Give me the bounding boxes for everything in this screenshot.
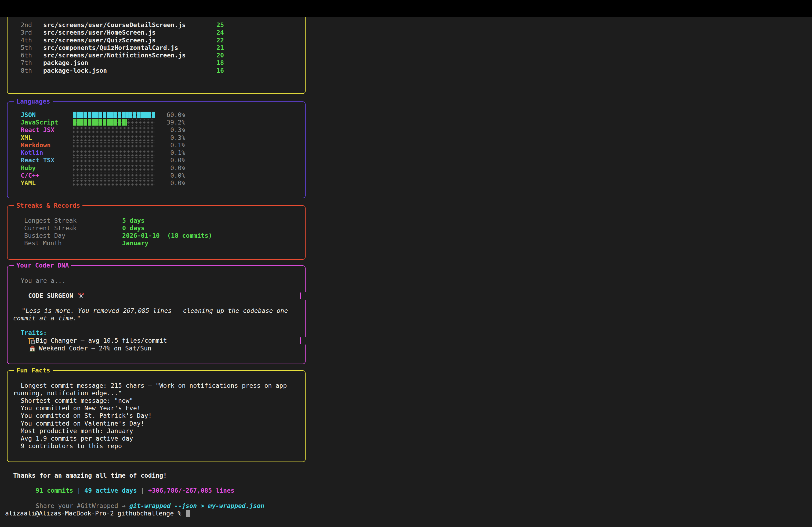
language-label: C/C++ — [21, 172, 40, 179]
streak-value: January — [122, 239, 148, 247]
language-bar — [73, 134, 155, 141]
file-rank: 2nd — [21, 21, 32, 29]
languages-panel — [7, 102, 306, 198]
footer-thanks: Thanks for an amazing all time of coding… — [13, 472, 167, 479]
fun-fact-line: You committed on Valentine's Day! — [21, 420, 144, 427]
file-rank: 6th — [21, 51, 32, 59]
building-construction-icon — [28, 337, 35, 344]
language-bar — [73, 165, 155, 171]
file-path: src/screens/user/QuizScreen.js — [43, 36, 156, 44]
dna-archetype: CODE SURGEON — [28, 292, 73, 299]
languages-panel-title: Languages — [14, 98, 53, 105]
menu-bar-strip — [0, 0, 812, 17]
file-path: src/screens/user/CourseDetailScreen.js — [43, 21, 186, 29]
commit-count: 16 — [198, 67, 224, 74]
language-label: React TSX — [21, 156, 55, 164]
terminal-window[interactable]: Languages Streaks & Records Your Coder D… — [0, 17, 812, 527]
streak-label: Busiest Day — [24, 232, 66, 239]
language-label: Markdown — [21, 141, 51, 149]
commit-count: 18 — [198, 59, 224, 66]
language-label: JavaScript — [21, 119, 58, 126]
dna-border-shifted-segment — [300, 292, 301, 299]
language-bar — [73, 180, 155, 186]
language-bar — [73, 172, 155, 179]
commit-count: 22 — [198, 36, 224, 44]
language-percent: 0.0% — [157, 156, 185, 164]
language-percent: 39.2% — [157, 119, 185, 126]
stats-separator: | — [77, 487, 81, 494]
language-percent: 0.0% — [157, 172, 185, 179]
streak-label: Current Streak — [24, 224, 76, 232]
share-hint: Share your #GitWrapped →git-wrapped --js… — [13, 495, 264, 502]
dna-trait-text: Weekend Coder — 24% on Sat/Sun — [39, 345, 151, 352]
language-percent: 0.3% — [157, 126, 185, 134]
language-percent: 0.1% — [157, 141, 185, 149]
fun-fact-line: You committed on New Year's Eve! — [21, 404, 141, 412]
streak-value: 2026-01-10 (18 commits) — [122, 232, 212, 239]
share-prefix: Share your #GitWrapped → — [36, 502, 126, 509]
coder-dna-panel-title: Your Coder DNA — [14, 261, 71, 269]
dna-trait-row: Weekend Coder — 24% on Sat/Sun — [29, 345, 151, 352]
language-percent: 0.0% — [157, 179, 185, 187]
dna-quote-line-1: "Less is more. You removed 267,085 lines… — [22, 307, 288, 315]
shell-prompt[interactable]: alizaali@Alizas-MacBook-Pro-2 githubchal… — [5, 510, 181, 517]
language-label: React JSX — [21, 126, 55, 134]
language-bar — [73, 157, 155, 163]
desktop-screen: Languages Streaks & Records Your Coder D… — [0, 0, 812, 527]
language-percent: 60.0% — [157, 111, 185, 119]
fun-fact-line: Most productive month: January — [21, 427, 133, 435]
dna-trait-text: Big Changer — avg 10.5 files/commit — [36, 337, 167, 344]
fun-fact-line: 9 contributors to this repo — [21, 442, 122, 450]
language-label: Kotlin — [21, 149, 43, 156]
language-percent: 0.0% — [157, 164, 185, 172]
language-bar — [73, 111, 155, 118]
dna-intro: You are a... — [21, 277, 66, 284]
commit-count: 21 — [198, 44, 224, 51]
language-bar-fill — [73, 119, 127, 125]
file-rank: 5th — [21, 44, 32, 51]
dna-trait-row: Big Changer — avg 10.5 files/commit — [28, 337, 167, 344]
language-label: JSON — [21, 111, 36, 119]
commit-count: 20 — [198, 51, 224, 59]
language-bar — [73, 127, 155, 133]
streak-label: Longest Streak — [24, 217, 76, 224]
language-bar — [73, 149, 155, 156]
file-rank: 7th — [21, 59, 32, 66]
fun-fact-line: Longest commit message: 215 chars — "Wor… — [21, 382, 287, 389]
dna-archetype-row: CODE SURGEON — [28, 292, 85, 299]
fun-fact-line: running, notifcation edge..." — [13, 389, 122, 397]
stats-separator: | — [141, 487, 144, 494]
language-bar — [73, 119, 155, 125]
lines-changed-stat: +306,786/-267,085 lines — [148, 487, 234, 494]
file-rank: 3rd — [21, 29, 32, 36]
commit-count-total: 91 commits — [36, 487, 73, 494]
active-days-count: 49 active days — [84, 487, 137, 494]
house-icon — [29, 345, 36, 352]
scissors-icon — [77, 292, 85, 299]
language-label: XML — [21, 134, 32, 141]
language-bar-fill — [73, 111, 155, 118]
file-rank: 8th — [21, 67, 32, 74]
file-path: package.json — [43, 59, 88, 66]
terminal-cursor[interactable] — [186, 510, 190, 517]
file-rank: 4th — [21, 36, 32, 44]
dna-border-gap — [303, 337, 306, 345]
fun-facts-panel-title: Fun Facts — [14, 366, 53, 374]
file-path: src/screens/user/NotifictionsScreen.js — [43, 51, 186, 59]
language-percent: 0.1% — [157, 149, 185, 156]
share-command: git-wrapped --json > my-wrapped.json — [129, 502, 264, 509]
language-label: YAML — [21, 179, 36, 187]
file-path: src/components/QuizHorizontalCard.js — [43, 44, 178, 51]
fun-fact-line: Avg 1.9 commits per active day — [21, 435, 133, 442]
fun-fact-line: You committed on St. Patrick's Day! — [21, 412, 152, 419]
commit-count: 25 — [198, 21, 224, 29]
footer-stats: 91 commits|49 active days|+306,786/-267,… — [13, 479, 234, 487]
fun-fact-line: Shortest commit message: "new" — [21, 397, 133, 404]
dna-quote-line-2: commit at a time." — [13, 315, 81, 322]
streak-value: 5 days — [122, 217, 145, 224]
streaks-panel-title: Streaks & Records — [14, 202, 83, 209]
language-label: Ruby — [21, 164, 36, 172]
dna-border-shifted-segment — [300, 337, 301, 344]
language-bar — [73, 142, 155, 148]
streak-value: 0 days — [122, 224, 145, 232]
